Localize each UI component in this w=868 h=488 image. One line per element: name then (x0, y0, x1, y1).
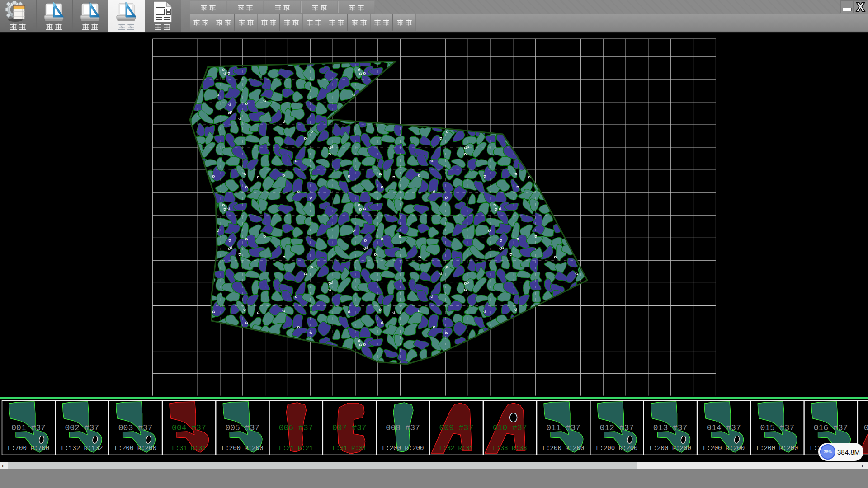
svg-text:L:700 R:700: L:700 R:700 (8, 445, 49, 452)
svg-text:016_#37: 016_#37 (814, 423, 848, 432)
svg-text:001_#37: 001_#37 (11, 423, 46, 432)
svg-text:003_#37: 003_#37 (118, 423, 153, 432)
svg-text:L:132 R:132: L:132 R:132 (61, 445, 103, 452)
svg-text:L:31 R:31: L:31 R:31 (172, 445, 206, 452)
svg-text:004_#37: 004_#37 (172, 423, 206, 432)
svg-text:007_#37: 007_#37 (332, 423, 367, 432)
svg-text:015_#37: 015_#37 (760, 423, 794, 432)
svg-text:L:200 R:200: L:200 R:200 (222, 445, 263, 452)
svg-text:L:200 R:200: L:200 R:200 (382, 445, 424, 452)
svg-text:006_#37: 006_#37 (279, 423, 313, 432)
svg-text:L:200 R:200: L:200 R:200 (703, 445, 745, 452)
svg-text:L:33 R:33: L:33 R:33 (493, 445, 527, 452)
svg-text:L:200 R:200: L:200 R:200 (542, 445, 584, 452)
svg-text:008_#37: 008_#37 (386, 423, 420, 432)
svg-text:L:200 R:200: L:200 R:200 (756, 445, 798, 452)
svg-text:L:200 R:200: L:200 R:200 (114, 445, 156, 452)
svg-text:0: 0 (864, 423, 868, 432)
svg-text:L:31 R:31: L:31 R:31 (332, 445, 367, 452)
svg-text:010_#37: 010_#37 (493, 423, 527, 432)
svg-text:005_#37: 005_#37 (225, 423, 259, 432)
svg-text:L:200 R:200: L:200 R:200 (596, 445, 637, 452)
svg-text:L:200 R:200: L:200 R:200 (649, 445, 691, 452)
svg-text:013_#37: 013_#37 (653, 423, 688, 432)
svg-text:012_#37: 012_#37 (599, 423, 634, 432)
svg-text:002_#37: 002_#37 (65, 423, 99, 432)
svg-text:011_#37: 011_#37 (546, 423, 580, 432)
svg-text:009_#37: 009_#37 (439, 423, 474, 432)
svg-text:014_#37: 014_#37 (707, 423, 741, 432)
svg-text:L:21 R:21: L:21 R:21 (279, 445, 313, 452)
svg-text:L:32 R:31: L:32 R:31 (439, 445, 474, 452)
